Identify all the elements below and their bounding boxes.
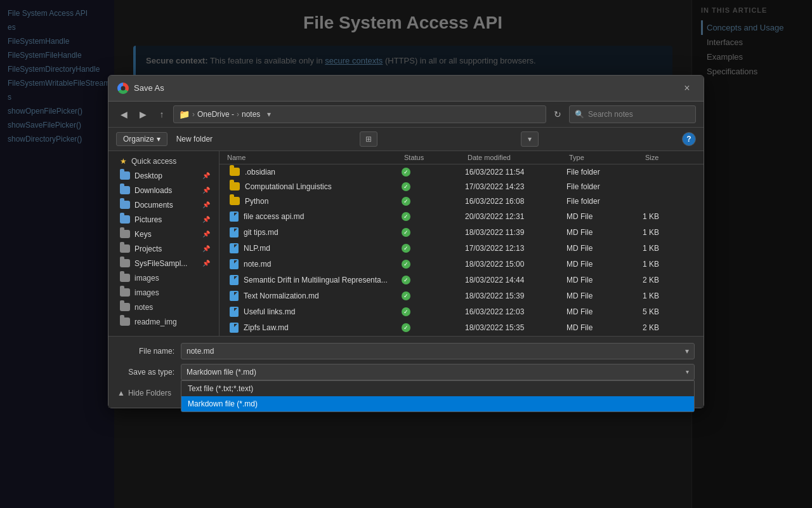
nav-notes[interactable]: notes [111,300,216,314]
folder-icon [230,182,240,190]
status-green-icon: ✓ [402,212,410,221]
nav-keys-label: Keys [134,230,152,239]
path-segment-onedrive[interactable]: OneDrive - [197,110,234,119]
col-name[interactable]: Name [227,154,404,161]
file-size: 1 KB [643,228,693,237]
pin-icon-projects: 📌 [202,245,210,252]
file-date: 18/03/2022 15:35 [465,323,566,332]
file-date: 17/03/2022 14:23 [465,182,566,191]
file-name-cell: Semantic Drift in Multilingual Represent… [230,275,402,285]
table-row[interactable]: Semantic Drift in Multilingual Represent… [222,272,701,288]
file-type: MD File [566,244,643,253]
file-size: 1 KB [643,212,693,221]
filelist-header: Name Status Date modified Type Size [219,151,704,164]
hide-folders-label: Hide Folders [128,389,171,398]
nav-downloads[interactable]: Downloads 📌 [111,184,216,197]
table-row[interactable]: Python ✓ 16/03/2022 16:08 File folder [222,194,701,208]
file-name-cell: note.md [230,259,402,269]
status-green-icon: ✓ [402,228,410,237]
path-sep1: › [192,110,195,119]
path-segment-notes[interactable]: notes [242,110,260,119]
dialog-left-nav: ★ Quick access Desktop 📌 Downloads 📌 Doc… [108,151,219,336]
pin-icon-documents: 📌 [202,201,210,208]
new-folder-button[interactable]: New folder [173,133,216,145]
file-date: 16/03/2022 16:08 [465,197,566,206]
table-row[interactable]: NLP.md ✓ 17/03/2022 12:13 MD File 1 KB [222,241,701,256]
nav-documents[interactable]: Documents 📌 [111,198,216,212]
organize-button[interactable]: Organize ▾ [116,132,167,146]
saveas-select-container: Markdown file (*.md) ▾ Text file (*.txt;… [181,364,695,380]
file-status: ✓ [402,307,465,316]
col-size[interactable]: Size [645,154,696,161]
col-status[interactable]: Status [404,154,468,161]
file-size: 1 KB [643,260,693,269]
nav-desktop[interactable]: Desktop 📌 [111,169,216,183]
help-button[interactable]: ? [682,132,696,146]
forward-button[interactable]: ▶ [135,107,150,122]
file-size: 2 KB [643,276,693,284]
nav-projects[interactable]: Projects 📌 [111,242,216,256]
nav-pictures[interactable]: Pictures 📌 [111,213,216,227]
nav-keys[interactable]: Keys 📌 [111,227,216,241]
table-row[interactable]: Text Normalization.md ✓ 18/03/2022 15:39… [222,288,701,304]
hide-folders-icon: ▲ [117,389,125,398]
col-date[interactable]: Date modified [468,154,569,161]
organize-label: Organize [123,135,154,144]
desktop-folder-icon [120,171,130,180]
table-row[interactable]: .obsidian ✓ 16/03/2022 11:54 File folder [222,165,701,179]
nav-quick-access-label: Quick access [131,157,176,166]
path-bar[interactable]: 📁 › OneDrive - › notes ▾ [173,105,546,123]
dialog-close-button[interactable]: × [679,81,695,96]
table-row[interactable]: Useful links.md ✓ 16/03/2022 12:03 MD Fi… [222,304,701,319]
file-name: Semantic Drift in Multilingual Represent… [244,276,388,284]
search-bar[interactable]: 🔍 Search notes [569,105,696,123]
pictures-folder-icon [120,215,130,224]
file-type: MD File [566,323,643,332]
nav-images2[interactable]: images [111,286,216,300]
doc-icon [230,307,239,317]
file-date: 18/03/2022 14:44 [465,276,566,284]
nav-quick-access[interactable]: ★ Quick access [111,154,216,168]
file-status: ✓ [402,276,465,284]
saveas-dropdown-icon: ▾ [686,368,689,375]
hide-folders-button[interactable]: ▲ Hide Folders [117,389,171,398]
dropdown-option-md[interactable]: Markdown file (*.md) [181,396,694,411]
file-type: File folder [566,197,643,206]
table-row[interactable]: git tips.md ✓ 18/03/2022 11:39 MD File 1… [222,225,701,240]
view-dropdown-button[interactable]: ▾ [521,131,539,147]
file-status: ✓ [402,228,465,237]
table-row[interactable]: file access api.md ✓ 20/03/2022 12:31 MD… [222,209,701,224]
status-green-icon: ✓ [402,276,410,284]
up-button[interactable]: ↑ [154,107,169,122]
nav-images1[interactable]: images [111,271,216,285]
nav-readme[interactable]: readme_img [111,315,216,329]
doc-icon [230,211,239,222]
file-name-cell: Zipfs Law.md [230,323,402,333]
dialog-organize-toolbar: Organize ▾ New folder ⊞ ▾ ? [108,128,704,151]
file-name: file access api.md [244,212,304,221]
refresh-button[interactable]: ↻ [550,107,565,122]
table-row[interactable]: note.md ✓ 18/03/2022 15:00 MD File 1 KB [222,257,701,272]
status-green-icon: ✓ [402,168,410,177]
view-toggle-button[interactable]: ⊞ [360,131,377,147]
file-type: MD File [566,212,643,221]
table-row[interactable]: Zipfs Law.md ✓ 18/03/2022 15:35 MD File … [222,320,701,335]
file-name-cell: git tips.md [230,227,402,237]
back-button[interactable]: ◀ [116,107,131,122]
table-row[interactable]: Computational Linguistics ✓ 17/03/2022 1… [222,180,701,194]
nav-sysfile[interactable]: SysFileSampl... 📌 [111,257,216,271]
path-dropdown-button[interactable]: ▾ [263,107,275,122]
save-as-dialog: Save As × ◀ ▶ ↑ 📁 › OneDrive - › notes ▾… [108,75,704,408]
nav-readme-label: readme_img [134,318,177,326]
saveas-label: Save as type: [117,368,174,377]
nav-notes-label: notes [134,303,153,312]
doc-icon [230,259,239,269]
nav-projects-label: Projects [134,244,162,253]
dialog-file-list: Name Status Date modified Type Size .obs… [219,151,704,336]
doc-icon [230,275,239,285]
saveas-select[interactable]: Markdown file (*.md) ▾ [181,364,695,380]
nav-pictures-label: Pictures [134,215,162,224]
dropdown-option-txt[interactable]: Text file (*.txt;*.text) [181,381,694,396]
col-type[interactable]: Type [569,154,645,161]
filename-input[interactable]: note.md ▾ [181,343,695,359]
